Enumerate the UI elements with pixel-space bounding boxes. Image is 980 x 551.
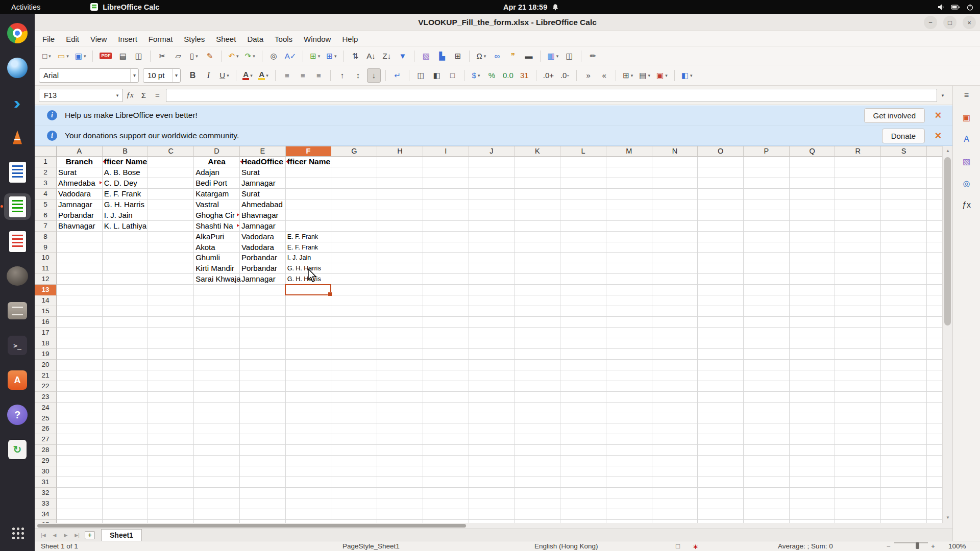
menu-sheet[interactable]: Sheet <box>210 31 241 47</box>
cell-J31[interactable] <box>469 477 515 488</box>
cell-J34[interactable] <box>469 509 515 520</box>
cell-E32[interactable] <box>240 488 286 498</box>
column-header-M[interactable]: M <box>606 146 652 157</box>
cell-R28[interactable] <box>835 445 881 456</box>
cell-P26[interactable] <box>744 423 790 434</box>
cell-Q6[interactable] <box>790 210 836 221</box>
cell-J11[interactable] <box>469 263 515 274</box>
cell-L30[interactable] <box>560 466 606 477</box>
cell-I4[interactable] <box>423 189 469 199</box>
new-document-dropdown-icon[interactable]: ▾ <box>48 54 51 59</box>
cell-B22[interactable] <box>103 381 149 392</box>
cell-H24[interactable] <box>377 403 423 413</box>
scroll-up-icon[interactable]: ▲ <box>943 147 953 155</box>
cell-E26[interactable] <box>240 423 286 434</box>
cell-D6[interactable]: Ghogha Cir <box>194 210 240 221</box>
chevron-down-icon[interactable]: ▾ <box>112 93 122 98</box>
cell-G24[interactable] <box>331 403 377 413</box>
cell-M12[interactable] <box>606 274 652 285</box>
cell-J18[interactable] <box>469 338 515 349</box>
cell-A6[interactable]: Porbandar <box>57 210 103 221</box>
cell-D22[interactable] <box>194 381 240 392</box>
dock-writer[interactable] <box>4 159 31 185</box>
cell-C4[interactable] <box>148 189 194 199</box>
cell-B10[interactable] <box>103 253 149 263</box>
cell-O5[interactable] <box>698 199 744 210</box>
zoom-in-button[interactable]: + <box>931 542 935 550</box>
cell-S10[interactable] <box>881 253 927 263</box>
row-header-23[interactable]: 23 <box>35 392 57 403</box>
cell-O6[interactable] <box>698 210 744 221</box>
cell-K25[interactable] <box>514 413 560 424</box>
cell-I17[interactable] <box>423 328 469 338</box>
row-header-14[interactable]: 14 <box>35 295 57 306</box>
cell-P7[interactable] <box>744 221 790 232</box>
cell-F32[interactable] <box>286 488 332 498</box>
cell-O27[interactable] <box>698 434 744 445</box>
cell-O22[interactable] <box>698 381 744 392</box>
cell-G17[interactable] <box>331 328 377 338</box>
cell-G14[interactable] <box>331 295 377 306</box>
cell-G11[interactable] <box>331 263 377 274</box>
dock-calc[interactable] <box>4 193 31 220</box>
cell-L1[interactable] <box>560 157 606 167</box>
cell-O26[interactable] <box>698 423 744 434</box>
row-header-20[interactable]: 20 <box>35 360 57 370</box>
dock-gimp[interactable] <box>4 263 31 289</box>
cell-B1[interactable]: fficer Name <box>103 157 149 167</box>
cell-R19[interactable] <box>835 349 881 360</box>
row-header-6[interactable]: 6 <box>35 210 57 221</box>
cell-N31[interactable] <box>652 477 698 488</box>
cell-O8[interactable] <box>698 232 744 242</box>
cell-B13[interactable] <box>103 285 149 295</box>
cell-D9[interactable]: Akota <box>194 242 240 253</box>
cell-F20[interactable] <box>286 360 332 370</box>
cell-J25[interactable] <box>469 413 515 424</box>
row-header-2[interactable]: 2 <box>35 167 57 178</box>
cell-F15[interactable] <box>286 306 332 317</box>
cell-N10[interactable] <box>652 253 698 263</box>
cell-D4[interactable]: Katargam <box>194 189 240 199</box>
open-file-button[interactable]: ▭▾ <box>56 49 71 63</box>
dock-trash[interactable]: ↻ <box>4 436 31 463</box>
row-header-13[interactable]: 13 <box>35 285 57 295</box>
cell-K9[interactable] <box>514 242 560 253</box>
cell-C33[interactable] <box>148 498 194 509</box>
cell-K22[interactable] <box>514 381 560 392</box>
cell-R21[interactable] <box>835 370 881 381</box>
cell-F5[interactable] <box>286 199 332 210</box>
cell-P31[interactable] <box>744 477 790 488</box>
cell-K28[interactable] <box>514 445 560 456</box>
minimize-button[interactable]: − <box>924 16 937 29</box>
cell-L28[interactable] <box>560 445 606 456</box>
dock-terminal[interactable]: >_ <box>4 332 31 359</box>
cell-I12[interactable] <box>423 274 469 285</box>
cell-E7[interactable]: Jamnagar <box>240 221 286 232</box>
cell-C31[interactable] <box>148 477 194 488</box>
cell-M14[interactable] <box>606 295 652 306</box>
cell-P17[interactable] <box>744 328 790 338</box>
cell-D25[interactable] <box>194 413 240 424</box>
cell-R32[interactable] <box>835 488 881 498</box>
cell-Q19[interactable] <box>790 349 836 360</box>
row-header-30[interactable]: 30 <box>35 466 57 477</box>
zoom-level-label[interactable]: 100% <box>948 542 966 550</box>
cell-L20[interactable] <box>560 360 606 370</box>
cell-G22[interactable] <box>331 381 377 392</box>
cell-P30[interactable] <box>744 466 790 477</box>
cell-M1[interactable] <box>606 157 652 167</box>
menu-tools[interactable]: Tools <box>269 31 298 47</box>
cell-G28[interactable] <box>331 445 377 456</box>
cell-M26[interactable] <box>606 423 652 434</box>
cell-N7[interactable] <box>652 221 698 232</box>
cell-K4[interactable] <box>514 189 560 199</box>
cell-K3[interactable] <box>514 178 560 189</box>
cell-I21[interactable] <box>423 370 469 381</box>
cell-B34[interactable] <box>103 509 149 520</box>
font-size-combo[interactable]: 10 pt ▾ <box>143 68 181 83</box>
conditional-formatting-dropdown-icon[interactable]: ▾ <box>690 73 693 78</box>
cell-C10[interactable] <box>148 253 194 263</box>
cell-E20[interactable] <box>240 360 286 370</box>
cell-P2[interactable] <box>744 167 790 178</box>
cell-R25[interactable] <box>835 413 881 424</box>
